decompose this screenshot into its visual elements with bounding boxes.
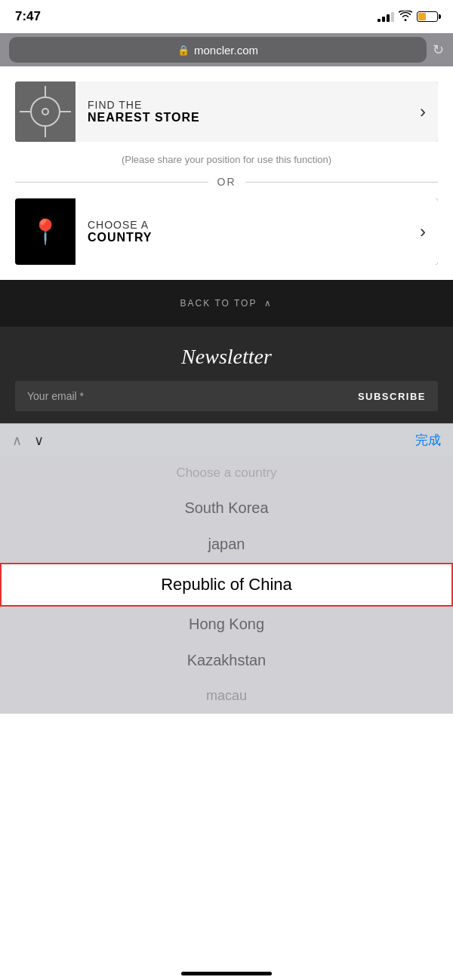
or-line-right (245, 182, 439, 183)
or-divider: OR (15, 176, 438, 188)
choose-country-text: CHOOSE A COUNTRY › (76, 198, 438, 265)
watermark: 观察者网 www.guancha.cn (388, 948, 445, 969)
subscribe-button[interactable]: SUBSCRIBE (358, 391, 426, 402)
nav-down-arrow[interactable]: ∨ (34, 432, 44, 449)
newsletter-section: Newsletter Your email * SUBSCRIBE (0, 327, 453, 423)
picker-item[interactable]: japan (0, 527, 453, 563)
battery-icon (417, 11, 438, 22)
picker-item[interactable]: Kazakhstan (0, 643, 453, 679)
picker-item[interactable]: South Korea (0, 490, 453, 527)
url-text: moncler.com (194, 44, 258, 57)
refresh-button[interactable]: ↻ (433, 41, 444, 58)
chevron-up-icon: ∧ (264, 298, 273, 309)
chevron-right-icon: › (420, 101, 426, 122)
email-placeholder-text[interactable]: Your email * (27, 390, 358, 402)
keyboard-toolbar: ∧ ∨ 完成 (0, 423, 453, 456)
crosshair-icon (30, 97, 60, 127)
newsletter-title: Newsletter (15, 345, 438, 369)
home-bar (181, 972, 272, 975)
email-row[interactable]: Your email * SUBSCRIBE (15, 381, 438, 411)
picker-item[interactable]: macau (0, 679, 453, 714)
lock-icon: 🔒 (177, 45, 190, 56)
picker-item[interactable]: Republic of China (0, 563, 453, 607)
choose-country-line1: CHOOSE A (88, 219, 420, 231)
find-store-text: FIND THE NEAREST STORE › (76, 81, 438, 142)
status-icons (378, 11, 438, 23)
picker-overlay[interactable]: Choose a countrySouth KoreajapanRepublic… (0, 456, 453, 714)
done-button[interactable]: 完成 (415, 432, 441, 449)
find-store-button[interactable]: FIND THE NEAREST STORE › (15, 81, 438, 142)
status-time: 7:47 (15, 9, 41, 24)
status-bar: 7:47 (0, 0, 453, 33)
signal-icon (378, 11, 394, 22)
footer-area: BACK TO TOP ∧ (0, 280, 453, 327)
back-to-top-button[interactable]: BACK TO TOP ∧ (0, 292, 453, 315)
or-text: OR (217, 176, 236, 188)
pin-icon: 📍 (30, 217, 60, 246)
wifi-icon (399, 11, 412, 23)
watermark-url: www.guancha.cn (388, 961, 445, 969)
find-store-line1: FIND THE (88, 99, 420, 111)
find-store-line2: NEAREST STORE (88, 111, 420, 124)
back-to-top-text: BACK TO TOP (180, 298, 257, 309)
nav-up-arrow[interactable]: ∧ (12, 432, 22, 449)
position-note: (Please share your position for use this… (15, 154, 438, 165)
country-picker-list[interactable]: Choose a countrySouth KoreajapanRepublic… (0, 456, 453, 714)
find-store-icon-area (15, 81, 76, 142)
nav-arrows: ∧ ∨ (12, 432, 415, 449)
choose-country-icon-area: 📍 (15, 198, 76, 265)
url-bar[interactable]: 🔒 moncler.com (9, 37, 427, 63)
choose-country-button[interactable]: 📍 CHOOSE A COUNTRY › (15, 198, 438, 265)
picker-item[interactable]: Hong Kong (0, 607, 453, 643)
picker-item[interactable]: Choose a country (0, 456, 453, 490)
watermark-logo: 观察者网 (396, 948, 438, 961)
or-line-left (15, 182, 208, 183)
address-bar[interactable]: 🔒 moncler.com ↻ (0, 33, 453, 66)
choose-chevron-right-icon: › (420, 221, 426, 242)
choose-country-line2: COUNTRY (88, 231, 420, 244)
main-content: FIND THE NEAREST STORE › (Please share y… (0, 66, 453, 265)
